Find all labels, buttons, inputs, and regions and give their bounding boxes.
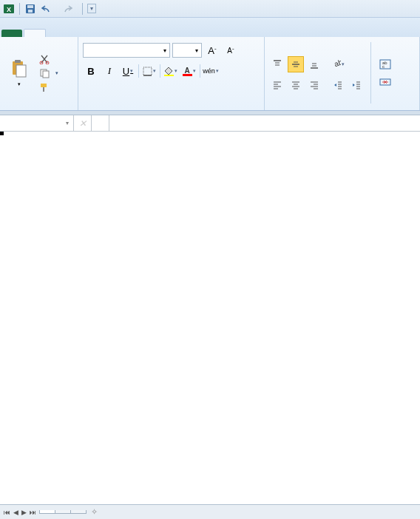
grow-font-button[interactable]: Aˆ — [204, 42, 220, 58]
sheet-tab-1[interactable] — [39, 510, 55, 514]
italic-button[interactable]: I — [101, 63, 118, 79]
redo-icon[interactable] — [61, 3, 73, 15]
sheet-nav-first[interactable]: ⏮ — [3, 509, 11, 516]
svg-rect-6 — [15, 60, 21, 63]
qat-customize-dropdown[interactable]: ▾ — [87, 4, 96, 13]
tab-page-layout[interactable] — [67, 30, 87, 37]
formula-input[interactable] — [109, 115, 420, 131]
formula-bar: ▾ ✕ — [0, 115, 420, 132]
name-box[interactable]: ▾ — [0, 115, 74, 131]
align-right-button[interactable] — [306, 77, 322, 93]
chevron-down-icon: ▾ — [163, 47, 166, 54]
wrap-text-button[interactable]: abc — [377, 58, 396, 70]
tab-insert[interactable] — [46, 30, 67, 37]
tab-home[interactable] — [24, 29, 46, 37]
decrease-indent-button[interactable] — [330, 77, 346, 93]
paste-button[interactable]: ▾ — [4, 39, 34, 106]
svg-rect-4 — [28, 10, 33, 13]
sheet-nav-next[interactable]: ▶ — [21, 509, 27, 516]
svg-rect-3 — [27, 5, 33, 8]
svg-text:A: A — [184, 67, 189, 75]
group-clipboard: ▾ ▾ — [0, 37, 78, 110]
align-top-button[interactable] — [269, 56, 285, 72]
group-font-label — [83, 106, 260, 110]
paste-icon — [10, 59, 29, 78]
underline-button[interactable]: U — [120, 63, 136, 79]
cancel-formula-button[interactable]: ✕ — [74, 115, 92, 131]
fill-color-button[interactable] — [163, 63, 179, 79]
tab-file[interactable] — [1, 30, 22, 37]
svg-text:c: c — [382, 64, 385, 69]
fx-button[interactable] — [92, 115, 109, 131]
tab-formulas[interactable] — [87, 30, 108, 37]
paste-dropdown-icon: ▾ — [18, 81, 21, 87]
font-size-combo[interactable]: ▾ — [172, 43, 202, 58]
excel-icon: X — [3, 3, 15, 15]
align-left-button[interactable] — [269, 77, 285, 93]
format-painter-button[interactable] — [37, 81, 61, 93]
align-center-button[interactable] — [288, 77, 304, 93]
border-button[interactable] — [141, 63, 158, 79]
tab-view[interactable] — [149, 30, 170, 37]
sheet-nav-prev[interactable]: ◀ — [13, 509, 19, 516]
svg-text:ab: ab — [333, 59, 341, 68]
svg-text:X: X — [7, 6, 11, 13]
svg-rect-14 — [143, 67, 152, 75]
quick-access-toolbar: X ▾ — [0, 0, 420, 18]
format-painter-icon — [39, 82, 50, 92]
sheet-tab-2[interactable] — [55, 510, 71, 514]
fill-color-icon — [164, 67, 174, 76]
merge-icon — [379, 77, 391, 87]
new-sheet-button[interactable]: ✧ — [87, 507, 101, 517]
tab-review[interactable] — [129, 30, 149, 37]
orientation-button[interactable]: ab — [330, 56, 346, 72]
svg-rect-16 — [164, 75, 174, 76]
cut-button[interactable] — [37, 53, 61, 65]
separator — [19, 3, 20, 15]
sheet-nav-buttons: ⏮ ◀ ▶ ⏭ — [0, 509, 40, 516]
increase-indent-button[interactable] — [348, 77, 365, 93]
wrap-text-icon: abc — [379, 59, 391, 69]
svg-rect-18 — [183, 74, 192, 76]
cut-icon — [39, 54, 50, 64]
copy-dropdown-icon: ▾ — [55, 70, 58, 76]
align-middle-button[interactable] — [288, 56, 304, 72]
border-icon — [143, 67, 152, 76]
sheet-nav-last[interactable]: ⏭ — [29, 509, 37, 516]
font-name-combo[interactable]: ▾ — [83, 43, 170, 58]
copy-button[interactable]: ▾ — [37, 67, 61, 79]
selection-handle[interactable] — [0, 132, 4, 135]
undo-icon[interactable] — [41, 3, 52, 15]
sheet-tab-bar: ⏮ ◀ ▶ ⏭ ✧ — [0, 504, 420, 519]
svg-rect-13 — [43, 87, 44, 92]
ribbon: ▾ ▾ — [0, 37, 420, 111]
group-font: ▾ ▾ Aˆ Aˇ B I U — [78, 37, 265, 110]
shrink-font-button[interactable]: Aˇ — [223, 42, 239, 58]
chevron-down-icon: ▾ — [66, 120, 69, 126]
separator — [82, 3, 83, 15]
group-alignment: ab abc — [265, 37, 420, 110]
phonetic-button[interactable]: wén — [203, 63, 219, 79]
font-color-icon: A — [183, 67, 192, 76]
merge-center-button[interactable] — [377, 76, 396, 88]
copy-icon — [39, 68, 50, 78]
svg-rect-7 — [16, 65, 26, 77]
group-alignment-label — [269, 106, 415, 110]
align-bottom-button[interactable] — [306, 56, 322, 72]
font-color-button[interactable]: A — [181, 63, 197, 79]
svg-rect-11 — [43, 71, 49, 78]
chevron-down-icon: ▾ — [195, 47, 198, 54]
sheet-tab-3[interactable] — [70, 510, 87, 514]
svg-rect-12 — [41, 84, 47, 87]
group-clipboard-label — [4, 106, 73, 110]
save-icon[interactable] — [24, 3, 36, 15]
tab-data[interactable] — [108, 30, 129, 37]
ribbon-tabs — [0, 18, 420, 37]
bold-button[interactable]: B — [83, 63, 99, 79]
